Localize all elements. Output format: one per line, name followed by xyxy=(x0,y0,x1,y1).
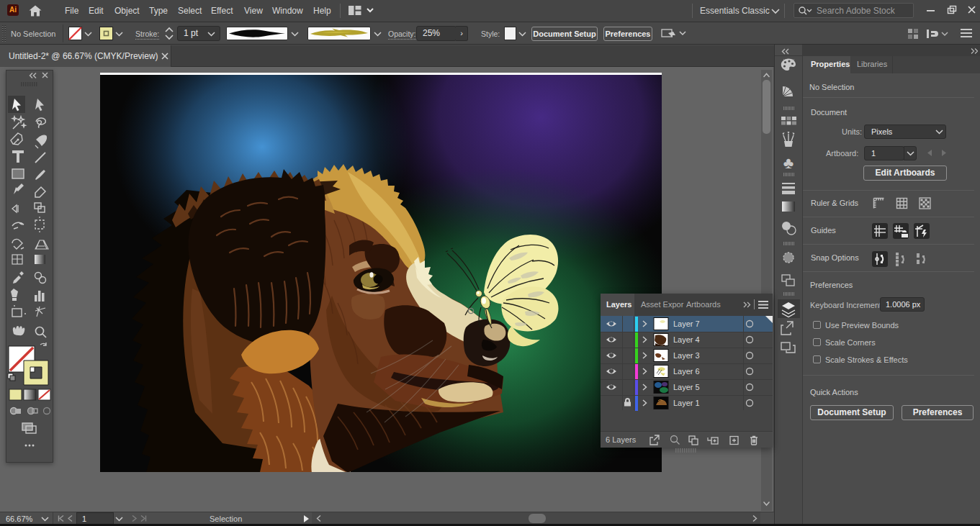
svg-text:♣: ♣ xyxy=(783,154,794,172)
svg-text:Layer 4: Layer 4 xyxy=(673,335,700,344)
svg-text:Layer 3: Layer 3 xyxy=(673,351,700,360)
svg-text:Layer 1: Layer 1 xyxy=(673,399,700,407)
svg-text:Layer 5: Layer 5 xyxy=(673,383,700,391)
svg-text:Layer 6: Layer 6 xyxy=(673,367,700,376)
svg-text:Layer 7: Layer 7 xyxy=(673,319,700,328)
